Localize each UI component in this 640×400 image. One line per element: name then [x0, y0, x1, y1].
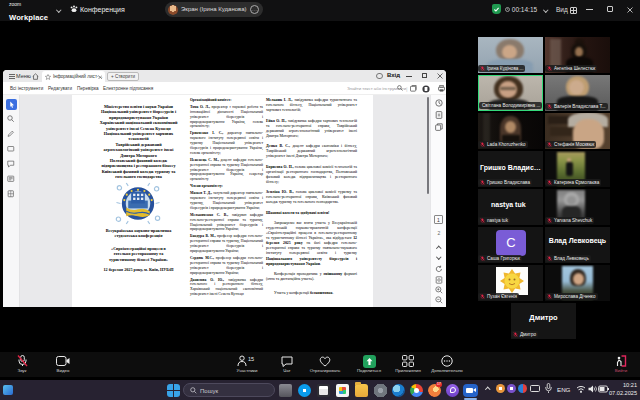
svg-text:15: 15 [248, 356, 254, 362]
